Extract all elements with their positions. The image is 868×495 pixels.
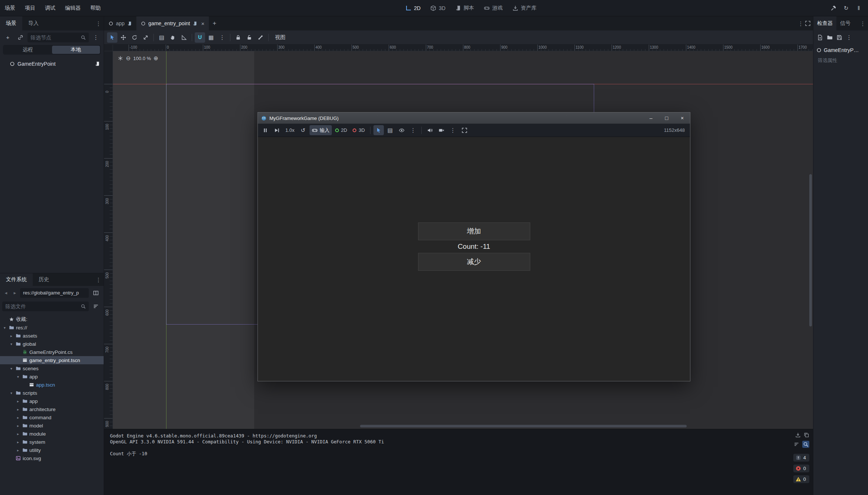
pan-tool[interactable] bbox=[168, 32, 178, 43]
file-filter-input[interactable] bbox=[5, 303, 78, 309]
fs-item-res[interactable]: ▾res:// bbox=[0, 323, 104, 332]
input-mode-button[interactable]: 输入 bbox=[310, 125, 332, 135]
canvas-viewport[interactable]: ⊖ 100.0 % ⊕ MyGFrameworkGame (DEBUG) – bbox=[113, 51, 813, 429]
fs-item-assets[interactable]: ▸assets bbox=[0, 332, 104, 340]
fs-item-global[interactable]: ▾global bbox=[0, 340, 104, 348]
tab-filesystem[interactable]: 文件系统 bbox=[0, 273, 33, 286]
node-list-button[interactable]: ▤ bbox=[385, 125, 395, 135]
vertical-scrollbar[interactable] bbox=[809, 174, 812, 326]
suspend-button[interactable] bbox=[260, 125, 271, 135]
toggle-split-mode-button[interactable] bbox=[90, 287, 101, 299]
current-path-input[interactable] bbox=[23, 290, 86, 296]
runtime-select-button[interactable] bbox=[373, 125, 384, 135]
visibility-button[interactable] bbox=[396, 125, 407, 135]
audio-mute-button[interactable] bbox=[425, 125, 435, 135]
run-reload-button[interactable]: ↻ bbox=[841, 3, 852, 14]
fs-item-game_entry_point.tscn[interactable]: game_entry_point.tscn bbox=[0, 356, 104, 364]
message-count-badge[interactable]: 4 bbox=[793, 454, 809, 462]
scale-tool[interactable] bbox=[140, 32, 151, 43]
maximize-icon[interactable]: □ bbox=[659, 113, 674, 124]
zoom-in-button[interactable]: ⊕ bbox=[153, 55, 158, 62]
fs-item-app.tscn[interactable]: app.tscn bbox=[0, 381, 104, 389]
log-search-button[interactable] bbox=[802, 441, 809, 448]
select-tool[interactable] bbox=[107, 32, 117, 43]
fs-item-module[interactable]: ▸module bbox=[0, 430, 104, 438]
menubar-menu-scene[interactable]: 场景 bbox=[0, 0, 20, 16]
workspace-tab-2d[interactable]: 2D bbox=[401, 3, 425, 14]
skeleton-options-menu[interactable] bbox=[255, 32, 266, 43]
menubar-menu-debug[interactable]: 调试 bbox=[40, 0, 60, 16]
local-button[interactable]: 本地 bbox=[52, 46, 100, 54]
nav-back-icon[interactable]: ◂ bbox=[2, 290, 10, 296]
fs-item-app[interactable]: ▸app bbox=[0, 397, 104, 405]
vertical-ruler[interactable]: 0100200300400500600700800900 bbox=[104, 51, 113, 429]
unlock-selected-button[interactable] bbox=[244, 32, 255, 43]
fs-item-gameentrypoint.cs[interactable]: GameEntryPoint.cs bbox=[0, 348, 104, 356]
fs-item-app[interactable]: ▾app bbox=[0, 372, 104, 381]
selection-options-button[interactable]: ⋮ bbox=[408, 125, 418, 135]
workspace-tab-game[interactable]: 游戏 bbox=[480, 3, 507, 14]
menubar-menu-help[interactable]: 帮助 bbox=[85, 0, 106, 16]
camera-override-button[interactable] bbox=[436, 125, 447, 135]
scene-tree-row-game-entry-point[interactable]: GameEntryPoint bbox=[0, 59, 104, 69]
load-resource-icon[interactable] bbox=[827, 35, 833, 40]
file-sort-button[interactable] bbox=[90, 301, 101, 312]
dock-options-icon[interactable]: ⋮ bbox=[860, 20, 866, 26]
open-script-icon[interactable] bbox=[95, 61, 100, 66]
increase-button[interactable]: 增加 bbox=[418, 222, 530, 240]
next-frame-button[interactable] bbox=[272, 125, 282, 135]
log-list-icon[interactable] bbox=[794, 442, 799, 447]
view-menu-button[interactable]: 视图 bbox=[271, 32, 289, 43]
warning-count-badge[interactable]: 0 bbox=[793, 475, 809, 483]
dock-options-icon[interactable]: ⋮ bbox=[95, 277, 101, 283]
embed-fullscreen-button[interactable] bbox=[459, 125, 470, 135]
workspace-tab-script[interactable]: 脚本 bbox=[451, 3, 478, 14]
property-filter-input[interactable]: 筛选属性 bbox=[816, 56, 865, 65]
scene-filter-input[interactable] bbox=[30, 35, 78, 40]
remote-button[interactable]: 远程 bbox=[4, 46, 52, 54]
add-node-button[interactable]: + bbox=[2, 32, 13, 43]
run-build-button[interactable] bbox=[828, 3, 839, 14]
reset-button[interactable]: ↺ bbox=[298, 125, 308, 135]
move-tool[interactable] bbox=[118, 32, 129, 43]
mode-3d-button[interactable]: 3D bbox=[350, 125, 367, 135]
save-log-icon[interactable] bbox=[795, 432, 801, 438]
horizontal-scrollbar[interactable] bbox=[360, 425, 687, 427]
workspace-tab-assetlib[interactable]: 资产库 bbox=[508, 3, 541, 14]
fs-item-utility[interactable]: ▸utility bbox=[0, 446, 104, 454]
fs-item-scripts[interactable]: ▾scripts bbox=[0, 389, 104, 397]
measure-tool[interactable] bbox=[179, 32, 189, 43]
decrease-button[interactable]: 减少 bbox=[418, 253, 530, 271]
scene-tab-app[interactable]: app bbox=[104, 16, 136, 30]
distraction-free-icon[interactable] bbox=[805, 20, 811, 26]
list-select-tool[interactable]: ▤ bbox=[156, 32, 167, 43]
zoom-out-button[interactable]: ⊖ bbox=[126, 55, 131, 62]
new-resource-icon[interactable] bbox=[817, 35, 823, 40]
resource-options-icon[interactable]: ⋮ bbox=[846, 35, 852, 40]
nav-forward-icon[interactable]: ▸ bbox=[11, 290, 19, 296]
close-icon[interactable]: × bbox=[674, 113, 690, 124]
zoom-level[interactable]: 100.0 % bbox=[133, 56, 151, 61]
fs-item-system[interactable]: ▸system bbox=[0, 438, 104, 446]
horizontal-ruler[interactable]: -100010020030040050060070080090010001100… bbox=[113, 45, 813, 51]
tab-import[interactable]: 导入 bbox=[22, 16, 45, 30]
speed-button[interactable]: 1.0x bbox=[283, 125, 297, 135]
new-scene-tab-button[interactable]: + bbox=[209, 16, 220, 30]
tab-list-icon[interactable]: ⋮ bbox=[798, 20, 804, 26]
menubar-menu-project[interactable]: 项目 bbox=[20, 0, 40, 16]
run-pause-button[interactable]: ‖ bbox=[853, 3, 864, 14]
dock-options-icon[interactable]: ⋮ bbox=[95, 20, 101, 26]
tab-inspector[interactable]: 检查器 bbox=[813, 16, 836, 30]
fs-item-icon.svg[interactable]: icon.svg bbox=[0, 454, 104, 462]
fs-item-model[interactable]: ▸model bbox=[0, 421, 104, 430]
center-view-icon[interactable] bbox=[117, 55, 123, 61]
camera-options-button[interactable]: ⋮ bbox=[448, 125, 458, 135]
menubar-menu-editor[interactable]: 编辑器 bbox=[60, 0, 85, 16]
grid-snap-toggle[interactable]: ▦ bbox=[206, 32, 216, 43]
fs-item-architecture[interactable]: ▸architecture bbox=[0, 405, 104, 413]
snap-options-menu[interactable]: ⋮ bbox=[217, 32, 227, 43]
rotate-tool[interactable] bbox=[129, 32, 140, 43]
instance-scene-button[interactable] bbox=[15, 32, 26, 43]
minimize-icon[interactable]: – bbox=[643, 113, 659, 124]
close-tab-icon[interactable]: × bbox=[201, 20, 204, 27]
